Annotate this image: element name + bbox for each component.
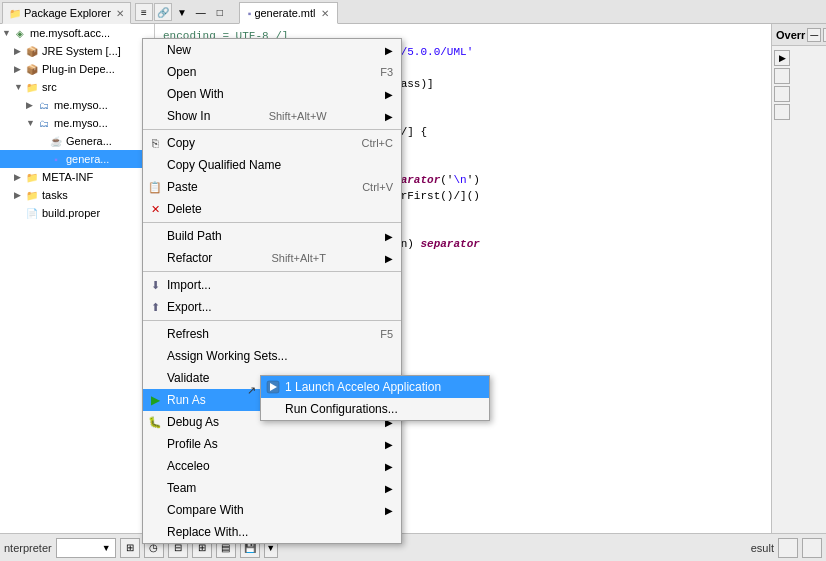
menu-label-open: Open bbox=[167, 65, 196, 79]
menu-shortcut-refresh: F5 bbox=[380, 328, 393, 340]
menu-item-delete[interactable]: ✕ Delete bbox=[143, 198, 401, 220]
generate-mtl-close[interactable]: ✕ bbox=[321, 8, 329, 19]
menu-label-refresh: Refresh bbox=[167, 327, 209, 341]
menu-shortcut-paste: Ctrl+V bbox=[362, 181, 393, 193]
generate-mtl-tab-label: generate.mtl bbox=[254, 7, 315, 19]
menu-label-team: Team bbox=[167, 481, 196, 495]
menu-arrow-compare-with: ▶ bbox=[385, 505, 393, 516]
export-icon: ⬆ bbox=[147, 299, 163, 315]
tree-item-src[interactable]: ▼ 📁 src bbox=[0, 78, 154, 96]
menu-item-copy-qualified[interactable]: Copy Qualified Name bbox=[143, 154, 401, 176]
generate-mtl-tab[interactable]: ▪ generate.mtl ✕ bbox=[239, 2, 338, 24]
tree-item-genera[interactable]: ▶ ☕ Genera... bbox=[0, 132, 154, 150]
menu-item-open[interactable]: Open F3 bbox=[143, 61, 401, 83]
run-as-submenu: ↗ 1 Launch Acceleo Application Run Confi… bbox=[260, 375, 490, 421]
tree-item-pkg1[interactable]: ▶ 🗂 me.myso... bbox=[0, 96, 154, 114]
right-btn2[interactable] bbox=[774, 68, 790, 84]
menu-label-validate: Validate bbox=[167, 371, 209, 385]
menu-label-acceleo: Acceleo bbox=[167, 459, 210, 473]
menu-item-export[interactable]: ⬆ Export... bbox=[143, 296, 401, 318]
menu-label-new: New bbox=[167, 43, 191, 57]
right-btn3[interactable] bbox=[774, 86, 790, 102]
right-panel-header: Overr — □ bbox=[772, 24, 826, 46]
tree-item-metainf[interactable]: ▶ 📁 META-INF bbox=[0, 168, 154, 186]
tree-label-pkg2: me.myso... bbox=[54, 117, 108, 129]
menu-arrow-profile-as: ▶ bbox=[385, 439, 393, 450]
menu-item-compare-with[interactable]: Compare With ▶ bbox=[143, 499, 401, 521]
menu-item-profile-as[interactable]: Profile As ▶ bbox=[143, 433, 401, 455]
menu-item-copy[interactable]: ⎘ Copy Ctrl+C bbox=[143, 132, 401, 154]
tree-item-jre[interactable]: ▶ 📦 JRE System [...] bbox=[0, 42, 154, 60]
menu-label-debug-as: Debug As bbox=[167, 415, 219, 429]
menu-item-replace-with[interactable]: Replace With... bbox=[143, 521, 401, 543]
maximize-btn[interactable]: □ bbox=[211, 3, 229, 21]
submenu-label-launch-acceleo: 1 Launch Acceleo Application bbox=[285, 380, 441, 394]
expand-arrow-pkg1: ▶ bbox=[26, 100, 36, 110]
tree-item-root[interactable]: ▼ ◈ me.mysoft.acc... bbox=[0, 24, 154, 42]
submenu-item-launch-acceleo[interactable]: 1 Launch Acceleo Application bbox=[261, 376, 489, 398]
menu-label-copy-qualified: Copy Qualified Name bbox=[167, 158, 281, 172]
menu-item-show-in[interactable]: Show In Shift+Alt+W ▶ bbox=[143, 105, 401, 127]
menu-item-assign-working-sets[interactable]: Assign Working Sets... bbox=[143, 345, 401, 367]
plugin-icon: 📦 bbox=[24, 61, 40, 77]
mtl-file-icon: ▪ bbox=[248, 8, 252, 19]
result-label: esult bbox=[751, 542, 774, 554]
menu-label-run-as: Run As bbox=[167, 393, 206, 407]
collapse-all-btn[interactable]: ≡ bbox=[135, 3, 153, 21]
menu-arrow-acceleo: ▶ bbox=[385, 461, 393, 472]
tree-item-buildprop[interactable]: ▶ 📄 build.proper bbox=[0, 204, 154, 222]
menu-item-team[interactable]: Team ▶ bbox=[143, 477, 401, 499]
delete-icon: ✕ bbox=[147, 201, 163, 217]
generate-icon: ▪ bbox=[48, 151, 64, 167]
menu-sep-4 bbox=[143, 320, 401, 321]
menu-label-assign-working-sets: Assign Working Sets... bbox=[167, 349, 288, 363]
menu-label-build-path: Build Path bbox=[167, 229, 222, 243]
link-editor-btn[interactable]: 🔗 bbox=[154, 3, 172, 21]
tree-view: ▼ ◈ me.mysoft.acc... ▶ 📦 JRE System [...… bbox=[0, 24, 154, 533]
pkg2-icon: 🗂 bbox=[36, 115, 52, 131]
interpreter-btn1[interactable]: ⊞ bbox=[120, 538, 140, 558]
result-btn1[interactable] bbox=[778, 538, 798, 558]
expand-arrow: ▼ bbox=[2, 28, 12, 38]
menu-item-acceleo[interactable]: Acceleo ▶ bbox=[143, 455, 401, 477]
tree-item-generate[interactable]: ▶ ▪ genera... bbox=[0, 150, 154, 168]
tree-item-plugin[interactable]: ▶ 📦 Plug-in Depe... bbox=[0, 60, 154, 78]
expand-arrow-plugin: ▶ bbox=[14, 64, 24, 74]
minimize-btn[interactable]: — bbox=[192, 3, 210, 21]
right-btn4[interactable] bbox=[774, 104, 790, 120]
menu-label-replace-with: Replace With... bbox=[167, 525, 248, 539]
menu-label-import: Import... bbox=[167, 278, 211, 292]
tree-item-tasks[interactable]: ▶ 📁 tasks bbox=[0, 186, 154, 204]
submenu-label-run-configurations: Run Configurations... bbox=[285, 402, 398, 416]
menu-label-open-with: Open With bbox=[167, 87, 224, 101]
menu-item-import[interactable]: ⬇ Import... bbox=[143, 274, 401, 296]
menu-item-refactor[interactable]: Refactor Shift+Alt+T ▶ bbox=[143, 247, 401, 269]
metainf-icon: 📁 bbox=[24, 169, 40, 185]
result-btn2[interactable] bbox=[802, 538, 822, 558]
tasks-icon: 📁 bbox=[24, 187, 40, 203]
submenu-item-run-configurations[interactable]: Run Configurations... bbox=[261, 398, 489, 420]
tree-label-plugin: Plug-in Depe... bbox=[42, 63, 115, 75]
package-explorer-tab[interactable]: 📁 Package Explorer ✕ bbox=[2, 2, 131, 24]
expand-arrow-meta: ▶ bbox=[14, 172, 24, 182]
menu-item-refresh[interactable]: Refresh F5 bbox=[143, 323, 401, 345]
menu-arrow-open-with: ▶ bbox=[385, 89, 393, 100]
menu-item-new[interactable]: New ▶ bbox=[143, 39, 401, 61]
interpreter-dropdown[interactable]: ▼ bbox=[56, 538, 116, 558]
package-explorer-panel: ▼ ◈ me.mysoft.acc... ▶ 📦 JRE System [...… bbox=[0, 24, 155, 533]
right-btn1[interactable]: ▶ bbox=[774, 50, 790, 66]
menu-sep-1 bbox=[143, 129, 401, 130]
menu-item-build-path[interactable]: Build Path ▶ bbox=[143, 225, 401, 247]
package-explorer-close[interactable]: ✕ bbox=[116, 8, 124, 19]
expand-arrow-tasks: ▶ bbox=[14, 190, 24, 200]
menu-item-paste[interactable]: 📋 Paste Ctrl+V bbox=[143, 176, 401, 198]
view-menu-btn[interactable]: ▼ bbox=[173, 3, 191, 21]
menu-sep-3 bbox=[143, 271, 401, 272]
buildprop-icon: 📄 bbox=[24, 205, 40, 221]
interpreter-label: nterpreter bbox=[4, 542, 52, 554]
menu-arrow-refactor: ▶ bbox=[385, 253, 393, 264]
menu-item-open-with[interactable]: Open With ▶ bbox=[143, 83, 401, 105]
right-panel-btn1[interactable]: — bbox=[807, 28, 821, 42]
menu-sep-2 bbox=[143, 222, 401, 223]
tree-item-pkg2[interactable]: ▼ 🗂 me.myso... bbox=[0, 114, 154, 132]
